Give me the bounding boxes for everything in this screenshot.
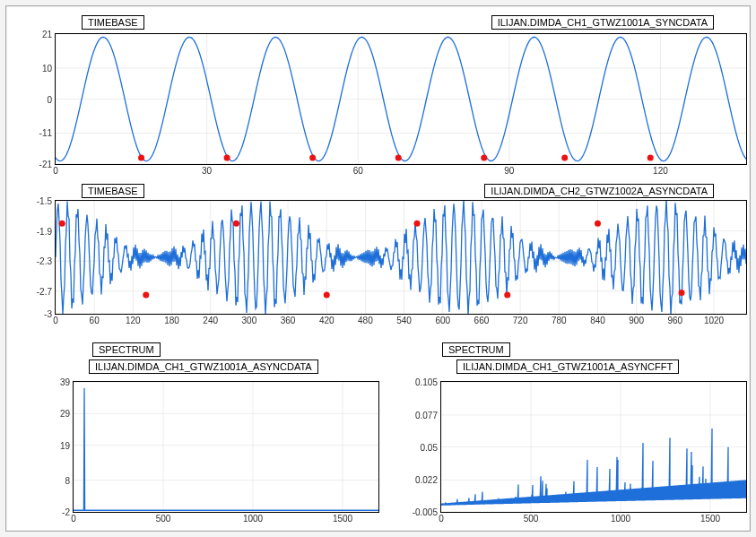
x-tick-label: 420 xyxy=(319,314,335,325)
x-tick-label: 780 xyxy=(552,314,567,325)
chart4-title: SPECTRUM xyxy=(442,342,510,357)
y-tick-label: -11 xyxy=(39,128,56,138)
x-tick-label: 500 xyxy=(156,512,171,524)
chart-canvas xyxy=(441,382,746,512)
x-tick-label: 900 xyxy=(629,314,644,325)
chart-spectrum-asyncdata: SPECTRUM ILIJAN.DIMDA_CH1_GTWZ1001A_ASYN… xyxy=(73,338,378,526)
y-tick-label: 0.077 xyxy=(415,410,441,420)
y-tick-label: -2 xyxy=(62,507,74,517)
y-tick-label: -0.005 xyxy=(413,507,441,517)
marker-dot xyxy=(647,155,654,161)
y-tick-label: 0.105 xyxy=(415,377,441,387)
chart2-plot[interactable]: 0601201802403003604204805406006607207808… xyxy=(55,200,747,315)
chart1-legend: ILIJAN.DIMDA_CH1_GTWZ1001A_SYNCDATA xyxy=(491,15,714,30)
x-tick-label: 500 xyxy=(524,512,539,524)
chart4-legend: ILIJAN.DIMDA_CH1_GTWZ1001A_ASYNCFFT xyxy=(456,359,679,374)
y-tick-label: 0 xyxy=(47,94,56,104)
marker-dot xyxy=(595,221,601,227)
x-tick-label: 240 xyxy=(203,314,218,325)
marker-dot xyxy=(138,155,144,161)
chart-canvas xyxy=(56,34,746,164)
y-tick-label: 0.022 xyxy=(415,475,441,485)
y-tick-label: -2.3 xyxy=(37,256,56,266)
chart1-title: TIMEBASE xyxy=(82,15,144,30)
x-tick-label: 1500 xyxy=(700,512,720,524)
y-tick-label: -2.7 xyxy=(37,286,56,296)
y-tick-label: -21 xyxy=(39,160,56,169)
x-tick-label: 1500 xyxy=(333,512,352,524)
x-tick-label: 600 xyxy=(435,314,450,325)
x-tick-label: 60 xyxy=(353,164,363,176)
marker-dot xyxy=(561,155,568,161)
y-tick-label: 29 xyxy=(60,409,74,419)
main-panel: TIMEBASE ILIJAN.DIMDA_CH1_GTWZ1001A_SYNC… xyxy=(5,5,751,532)
x-tick-label: 30 xyxy=(202,164,212,176)
y-tick-label: 10 xyxy=(42,63,56,73)
x-tick-label: 120 xyxy=(653,164,668,176)
marker-dot xyxy=(679,290,685,296)
chart-timebase-ch1: TIMEBASE ILIJAN.DIMDA_CH1_GTWZ1001A_SYNC… xyxy=(55,15,745,177)
y-tick-label: -1.5 xyxy=(37,196,56,206)
marker-dot xyxy=(233,221,239,227)
marker-dot xyxy=(59,221,65,227)
marker-dot xyxy=(395,155,402,161)
chart3-legend: ILIJAN.DIMDA_CH1_GTWZ1001A_ASYNCDATA xyxy=(89,359,318,374)
chart-timebase-ch2: TIMEBASE ILIJAN.DIMDA_CH2_GTWZ1002A_ASYN… xyxy=(55,184,745,327)
y-tick-label: -1.9 xyxy=(37,226,56,236)
x-tick-label: 660 xyxy=(474,314,490,325)
chart-canvas xyxy=(56,201,746,314)
marker-dot xyxy=(224,155,230,161)
x-tick-label: 720 xyxy=(513,314,528,325)
y-tick-label: 0.05 xyxy=(421,442,441,452)
y-tick-label: 8 xyxy=(65,475,74,485)
x-tick-label: 360 xyxy=(281,314,296,325)
data-series xyxy=(56,201,746,314)
chart2-title: TIMEBASE xyxy=(82,184,144,198)
chart-canvas xyxy=(74,382,378,512)
chart2-legend: ILIJAN.DIMDA_CH2_GTWZ1002A_ASYNCDATA xyxy=(484,184,714,198)
x-tick-label: 1000 xyxy=(243,512,263,524)
y-tick-label: 19 xyxy=(60,440,74,450)
data-series xyxy=(74,388,378,510)
x-tick-label: 180 xyxy=(164,314,179,325)
data-series xyxy=(441,429,746,506)
x-tick-label: 60 xyxy=(90,314,100,325)
x-tick-label: 960 xyxy=(667,314,682,325)
chart-spectrum-asyncfft: SPECTRUM ILIJAN.DIMDA_CH1_GTWZ1001A_ASYN… xyxy=(440,338,745,526)
y-tick-label: 39 xyxy=(60,377,74,387)
marker-dot xyxy=(413,221,420,227)
y-tick-label: -3 xyxy=(44,309,56,319)
marker-dot xyxy=(143,292,149,299)
x-tick-label: 540 xyxy=(396,314,412,325)
marker-dot xyxy=(504,292,510,299)
x-tick-label: 90 xyxy=(504,164,514,176)
chart3-plot[interactable]: 050010001500-28192939 xyxy=(73,381,379,513)
chart3-title: SPECTRUM xyxy=(92,342,161,357)
x-tick-label: 840 xyxy=(590,314,605,325)
y-tick-label: 21 xyxy=(42,30,56,39)
marker-dot xyxy=(309,155,316,161)
x-tick-label: 1020 xyxy=(704,314,724,325)
x-tick-label: 300 xyxy=(242,314,257,325)
x-tick-label: 1000 xyxy=(611,512,630,524)
marker-dot xyxy=(481,155,487,161)
chart4-plot[interactable]: 050010001500-0.0050.0220.050.0770.105 xyxy=(440,381,747,513)
x-tick-label: 120 xyxy=(126,314,141,325)
marker-dot xyxy=(324,292,330,299)
x-tick-label: 480 xyxy=(358,314,373,325)
chart1-plot[interactable]: 0306090120-21-1101021 xyxy=(55,33,747,165)
